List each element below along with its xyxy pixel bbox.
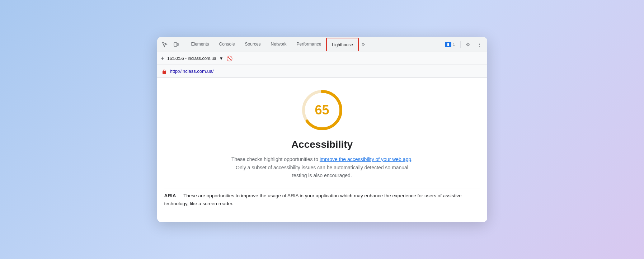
toolbar-right: ▮ 1 ⚙ ⋮: [442, 39, 485, 50]
add-console-button[interactable]: +: [161, 55, 165, 62]
tab-network[interactable]: Network: [266, 37, 292, 52]
url-bar: http://inclass.com.ua/: [157, 65, 487, 78]
main-content: 65 Accessibility These checks highlight …: [157, 78, 487, 222]
device-toggle-icon[interactable]: [171, 39, 182, 50]
devtools-toolbar: Elements Console Sources Network Perform…: [157, 37, 487, 52]
accessibility-link[interactable]: improve the accessibility of your web ap…: [320, 156, 411, 162]
tab-sources[interactable]: Sources: [240, 37, 266, 52]
toolbar-divider: [184, 41, 184, 48]
score-value: 65: [315, 103, 329, 118]
console-timestamp: 16:50:56 - inclass.com.ua: [167, 56, 216, 61]
svg-rect-0: [174, 43, 177, 46]
tab-lighthouse[interactable]: Lighthouse: [326, 38, 359, 51]
settings-icon[interactable]: ⚙: [463, 39, 474, 50]
console-dropdown[interactable]: ▼: [219, 56, 224, 61]
inspect-icon[interactable]: [159, 39, 170, 50]
console-badge-icon: ▮: [445, 42, 451, 47]
aria-label: ARIA: [164, 193, 176, 198]
toolbar-divider-2: [460, 41, 461, 48]
score-circle: 65: [301, 89, 344, 132]
url-text: http://inclass.com.ua/: [170, 69, 214, 74]
tab-list: Elements Console Sources Network Perform…: [186, 37, 441, 52]
console-badge-button[interactable]: ▮ 1: [442, 41, 458, 48]
tab-elements[interactable]: Elements: [186, 37, 214, 52]
more-options-icon[interactable]: ⋮: [474, 39, 485, 50]
svg-rect-1: [177, 43, 178, 46]
aria-section: ARIA — These are opportunities to improv…: [164, 188, 480, 211]
tab-console[interactable]: Console: [214, 37, 240, 52]
lock-icon: [161, 68, 167, 75]
accessibility-title: Accessibility: [291, 139, 353, 150]
svg-rect-2: [163, 71, 166, 74]
devtools-window: Elements Console Sources Network Perform…: [157, 37, 487, 222]
accessibility-description: These checks highlight opportunities to …: [229, 155, 415, 179]
tab-performance[interactable]: Performance: [292, 37, 326, 52]
no-entry-icon[interactable]: 🚫: [226, 56, 232, 61]
tab-more-button[interactable]: »: [359, 37, 368, 52]
console-bar: + 16:50:56 - inclass.com.ua ▼ 🚫: [157, 52, 487, 65]
